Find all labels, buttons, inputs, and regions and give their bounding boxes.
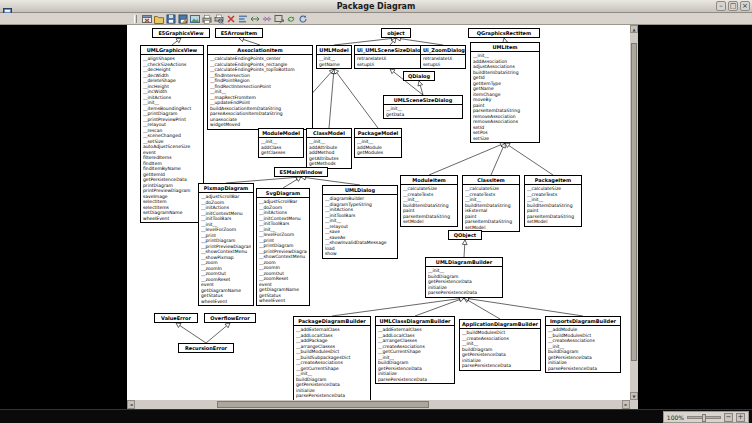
uml-class-OverflowError[interactable]: OverflowError: [204, 313, 256, 323]
save-diagram-icon[interactable]: [165, 14, 177, 25]
method-name: setupUi: [423, 62, 463, 68]
class-name: ClassItem: [463, 176, 519, 185]
uml-class-UMLDialog[interactable]: UMLDialog__diagramBuilder__diagramTypeSt…: [322, 185, 398, 259]
uml-class-PixmapDiagram[interactable]: PixmapDiagram__adjustScrollBar__doZoom__…: [198, 183, 254, 306]
class-name: QGraphicsRectItem: [469, 29, 539, 37]
load-diagram-icon[interactable]: [153, 14, 165, 25]
zoom-in-button[interactable]: +: [736, 413, 745, 422]
set-size-icon[interactable]: [273, 14, 285, 25]
workspace: E5GraphicsViewE5ArrowItemobjectQGraphics…: [0, 25, 752, 409]
class-name: ApplicationDiagramBuilder: [460, 320, 540, 329]
vertical-scroll-thumb[interactable]: [631, 43, 637, 361]
method-name: parsePersistenceData: [296, 393, 368, 399]
zoom-out-button[interactable]: −: [724, 413, 733, 422]
method-list: __adjustScrollBar__doZoom__initActions__…: [257, 198, 309, 305]
window-title: Package Diagram: [0, 0, 752, 13]
uml-class-ModuleItem[interactable]: ModuleItem__calculateSize__createTexts__…: [400, 175, 458, 227]
uml-class-Ui_UMLSceneSizeDialog[interactable]: Ui_UMLSceneSizeDialogretranslateUisetupU…: [354, 45, 426, 69]
scroll-down-icon[interactable]: ▼: [630, 392, 638, 400]
minimize-button[interactable]: –: [716, 1, 726, 11]
decrease-size-icon[interactable]: [261, 14, 273, 25]
titlebar[interactable]: Package Diagram – □ ×: [0, 0, 752, 13]
increase-size-icon[interactable]: [249, 14, 261, 25]
class-name: UMLDiagramBuilder: [426, 258, 502, 267]
method-name: getClasses: [261, 150, 301, 156]
class-name: QObject: [449, 231, 481, 239]
print-preview-icon[interactable]: [213, 14, 225, 25]
class-name: RecursionError: [179, 344, 233, 352]
class-name: PixmapDiagram: [199, 184, 253, 193]
uml-class-ClassModel[interactable]: ClassModel__init__addAttributeaddMethodg…: [306, 128, 352, 169]
class-name: ImportsDiagramBuilder: [546, 317, 620, 326]
delete-shape-icon[interactable]: [225, 14, 237, 25]
method-name: getData: [386, 112, 460, 118]
uml-class-ModuleModel[interactable]: ModuleModel__init__addClassgetClasses: [258, 128, 304, 158]
uml-class-PackageModel[interactable]: PackageModel__init__addModulegetModules: [354, 128, 402, 158]
method-name: parsePersistenceData: [462, 363, 538, 369]
uml-class-E5GraphicsView[interactable]: E5GraphicsView: [152, 28, 210, 38]
class-name: UMLClassDiagramBuilder: [376, 317, 454, 326]
rescan-icon[interactable]: [297, 14, 309, 25]
uml-class-ImportsDiagramBuilder[interactable]: ImportsDiagramBuilder__addModule__buildM…: [545, 316, 621, 373]
class-name: object: [382, 29, 410, 37]
align-shapes-icon[interactable]: [237, 14, 249, 25]
method-list: __diagramBuilder__diagramTypeString__ini…: [323, 195, 397, 258]
scroll-left-icon[interactable]: ◄: [127, 400, 135, 409]
uml-class-UMLDiagramBuilder[interactable]: UMLDiagramBuilder__init__buildDiagramget…: [425, 257, 503, 298]
toolbar-handle[interactable]: [134, 15, 137, 23]
class-name: PackageDiagramBuilder: [294, 317, 370, 326]
window-close-icon[interactable]: [141, 14, 153, 25]
method-list: __init__addAttributeaddMethodgetAttribut…: [307, 138, 351, 168]
class-name: PackageModel: [355, 129, 401, 138]
uml-class-SvgDiagram[interactable]: SvgDiagram__adjustScrollBar__doZoom__ini…: [256, 188, 310, 306]
horizontal-scroll-thumb[interactable]: [217, 401, 429, 408]
method-list: __init__addAssociationadjustAssociations…: [471, 52, 539, 142]
uml-class-QObject[interactable]: QObject: [448, 230, 482, 240]
print-icon[interactable]: [201, 14, 213, 25]
uml-class-UMLModel[interactable]: UMLModel__init__getName: [316, 45, 352, 69]
uml-class-AssociationItem[interactable]: AssociationItem__calculateEndingPoints_c…: [207, 45, 313, 130]
application-window: Package Diagram – □ × E5GraphicsViewE5Ar…: [0, 0, 752, 423]
uml-class-ApplicationDiagramBuilder[interactable]: ApplicationDiagramBuilder__buildModulesD…: [459, 319, 541, 371]
uml-class-QDialog[interactable]: QDialog: [403, 71, 435, 81]
scroll-right-icon[interactable]: ►: [622, 400, 630, 409]
diagram-canvas[interactable]: E5GraphicsViewE5ArrowItemobjectQGraphics…: [127, 25, 630, 400]
uml-class-E5ArrowItem[interactable]: E5ArrowItem: [215, 28, 263, 38]
method-list: retranslateUisetupUi: [355, 55, 425, 68]
method-name: getModules: [357, 150, 399, 156]
method-list: __init__addModulegetModules: [355, 138, 401, 157]
method-list: __buildModulesDict__createAssociations__…: [460, 329, 540, 370]
class-name: ModuleModel: [259, 129, 303, 138]
uml-class-PackageDiagramBuilder[interactable]: PackageDiagramBuilder__addExternalClass_…: [293, 316, 371, 400]
close-button[interactable]: ×: [740, 1, 750, 11]
uml-class-PackageItem[interactable]: PackageItem__calculateSize__createTexts_…: [524, 175, 582, 227]
method-name: parsePersistenceData: [428, 290, 500, 296]
uml-class-ClassItem[interactable]: ClassItem__calculateSize__createTexts__i…: [462, 175, 520, 232]
class-name: Ui_UMLSceneSizeDialog: [355, 46, 425, 55]
horizontal-scrollbar[interactable]: ◄ ►: [127, 400, 630, 409]
method-name: __showContextMenu: [201, 249, 251, 255]
uml-class-UMLGraphicsView[interactable]: UMLGraphicsView__alignShapes__checkSizeA…: [140, 45, 204, 223]
method-name: getName: [319, 62, 349, 68]
vertical-scrollbar[interactable]: ▲ ▼: [630, 25, 638, 400]
scroll-up-icon[interactable]: ▲: [630, 25, 638, 33]
save-as-icon[interactable]: [177, 14, 189, 25]
zoom-slider[interactable]: [687, 416, 721, 419]
method-name: setModel: [403, 219, 455, 225]
uml-class-ValueError[interactable]: ValueError: [154, 313, 198, 323]
class-name: UMLSceneSizeDialog: [384, 96, 462, 105]
uml-class-QGraphicsRectItem[interactable]: QGraphicsRectItem: [468, 28, 540, 38]
zoom-slider-handle[interactable]: [702, 414, 706, 422]
relayout-icon[interactable]: [285, 14, 297, 25]
save-image-icon[interactable]: [189, 14, 201, 25]
class-name: ModuleItem: [401, 176, 457, 185]
class-name: AssociationItem: [208, 46, 312, 55]
uml-class-RecursionError[interactable]: RecursionError: [178, 343, 234, 353]
maximize-button[interactable]: □: [728, 1, 738, 11]
uml-class-E5MainWindow[interactable]: E5MainWindow: [274, 167, 328, 177]
uml-class-UMLSceneSizeDialog[interactable]: UMLSceneSizeDialog__init__getData: [383, 95, 463, 119]
uml-class-object[interactable]: object: [381, 28, 411, 38]
uml-class-UMLClassDiagramBuilder[interactable]: UMLClassDiagramBuilder__addExternalClass…: [375, 316, 455, 384]
uml-class-UMLItem[interactable]: UMLItem__init__addAssociationadjustAssoc…: [470, 42, 540, 143]
uml-class-Ui_ZoomDialog[interactable]: Ui_ZoomDialogretranslateUisetupUi: [420, 45, 466, 69]
